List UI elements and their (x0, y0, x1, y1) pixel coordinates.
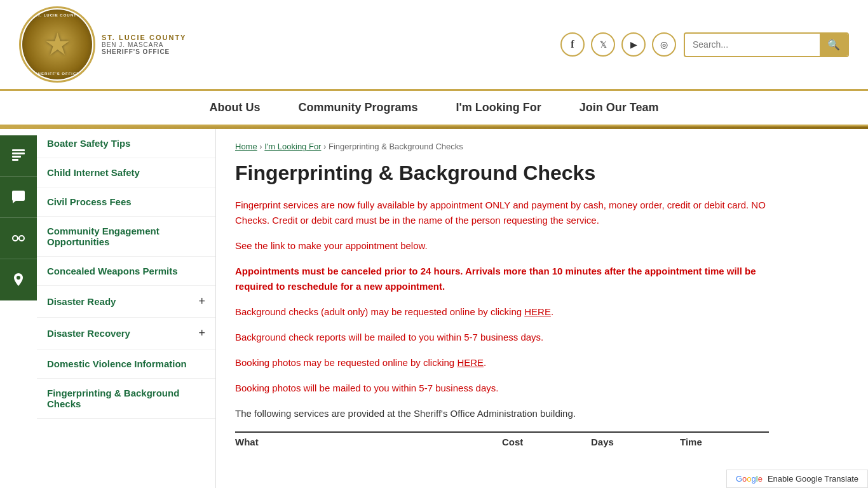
instagram-icon[interactable]: ◎ (652, 32, 676, 57)
site-header: ST. LUCIE COUNTY ★ SHERIFF'S OFFICE ST. … (0, 0, 868, 91)
sidebar-item-boater-safety[interactable]: Boater Safety Tips (37, 129, 215, 158)
logo-text-block: ST. LUCIE COUNTY BEN J. MASCARA SHERIFF'… (102, 34, 186, 55)
svg-rect-0 (12, 149, 25, 151)
content-para5: Booking photos may be requested online b… (235, 355, 769, 370)
content-para1: Fingerprint services are now fully avail… (235, 198, 769, 228)
sidebar-menu: Boater Safety Tips Child Internet Safety… (37, 129, 215, 419)
search-input[interactable] (685, 34, 820, 55)
expand-disaster-ready-icon: + (198, 295, 205, 308)
table-col-what-header: What (235, 437, 502, 447)
sidebar-item-child-internet[interactable]: Child Internet Safety (37, 158, 215, 187)
sidebar-item-community-engagement[interactable]: Community Engagement Opportunities (37, 217, 215, 257)
logo-bottom-text: SHERIFF'S OFFICE (22, 72, 92, 76)
county-name: ST. LUCIE COUNTY (102, 34, 186, 41)
twitter-icon[interactable]: 𝕏 (591, 32, 615, 57)
svg-point-4 (13, 236, 18, 241)
services-table-header: What Cost Days Time (235, 431, 769, 447)
sidebar-item-disaster-recovery[interactable]: Disaster Recovery + (37, 318, 215, 349)
g-blue2: g (752, 474, 756, 484)
svg-point-5 (19, 236, 24, 241)
nav-community-programs[interactable]: Community Programs (298, 101, 417, 114)
content-para5-pre: Booking photos may be requested online b… (235, 357, 457, 368)
content-para5-post: . (484, 357, 486, 368)
booking-photos-here-link[interactable]: HERE (457, 357, 484, 368)
sidebar-icon-buttons (0, 129, 37, 301)
logo-inner: ST. LUCIE COUNTY ★ SHERIFF'S OFFICE (22, 10, 92, 79)
content-para4: Background checks (adult only) may be re… (235, 304, 769, 320)
expand-disaster-recovery-icon: + (198, 327, 205, 340)
breadcrumb-looking-for[interactable]: I'm Looking For (264, 142, 321, 151)
search-button[interactable]: 🔍 (820, 34, 848, 56)
g-yellow: o (747, 474, 751, 484)
content-para4-post: . (551, 306, 553, 317)
svg-point-7 (17, 276, 20, 280)
content-para4-pre: Background checks (adult only) may be re… (235, 306, 524, 317)
sidebar-item-concealed-weapons[interactable]: Concealed Weapons Permits (37, 257, 215, 286)
social-icons: f 𝕏 ▶ ◎ (560, 32, 676, 57)
sidebar-item-disaster-ready-label: Disaster Ready (47, 296, 116, 307)
main-nav: About Us Community Programs I'm Looking … (0, 91, 868, 126)
facebook-icon[interactable]: f (560, 32, 585, 57)
sidebar-item-fingerprinting[interactable]: Fingerprinting & Background Checks (37, 379, 215, 419)
logo-area: ST. LUCIE COUNTY ★ SHERIFF'S OFFICE ST. … (19, 6, 186, 83)
google-translate-bar[interactable]: Google Enable Google Translate (726, 470, 868, 488)
page-title: Fingerprinting & Background Checks (235, 161, 769, 185)
sheriff-name: BEN J. MASCARA (102, 41, 186, 48)
background-check-here-link[interactable]: HERE (524, 306, 551, 317)
sidebar-news-icon[interactable] (0, 135, 37, 177)
star-icon: ★ (44, 29, 71, 60)
sidebar-item-civil-process[interactable]: Civil Process Fees (37, 187, 215, 217)
content-para5b: Booking photos will be mailed to you wit… (235, 381, 769, 396)
sidebar-item-disaster-ready[interactable]: Disaster Ready + (37, 286, 215, 318)
svg-rect-2 (12, 156, 21, 158)
svg-rect-3 (12, 159, 18, 161)
nav-im-looking-for[interactable]: I'm Looking For (456, 101, 541, 114)
content-para4b: Background check reports will be mailed … (235, 330, 769, 345)
logo-top-text: ST. LUCIE COUNTY (22, 13, 92, 17)
sidebar-chat-icon[interactable] (0, 177, 37, 218)
table-col-time-header: Time (680, 437, 769, 447)
main-content: Home › I'm Looking For › Fingerprinting … (216, 129, 788, 488)
g-red2: e (758, 474, 763, 484)
nav-join-our-team[interactable]: Join Our Team (580, 101, 659, 114)
sidebar-item-disaster-recovery-label: Disaster Recovery (47, 328, 130, 339)
breadcrumb: Home › I'm Looking For › Fingerprinting … (235, 142, 769, 151)
g-blue: G (736, 474, 742, 484)
content-para2: See the link to make your appointment be… (235, 238, 769, 254)
content-para6: The following services are provided at t… (235, 406, 769, 421)
search-bar: 🔍 (684, 32, 849, 57)
svg-rect-1 (12, 152, 25, 154)
breadcrumb-sep2: › (323, 142, 329, 151)
content-para3: Appointments must be canceled prior to 2… (235, 264, 769, 294)
main-layout: Boater Safety Tips Child Internet Safety… (0, 129, 868, 488)
table-col-cost-header: Cost (502, 437, 591, 447)
google-g-icon: Google (736, 474, 763, 484)
table-col-days-header: Days (591, 437, 680, 447)
sheriff-logo: ST. LUCIE COUNTY ★ SHERIFF'S OFFICE (19, 6, 95, 83)
breadcrumb-current: Fingerprinting & Background Checks (329, 142, 463, 151)
header-right: f 𝕏 ▶ ◎ 🔍 (560, 32, 849, 57)
sidebar-handcuffs-icon[interactable] (0, 218, 37, 259)
breadcrumb-home[interactable]: Home (235, 142, 257, 151)
translate-label: Enable Google Translate (768, 474, 858, 484)
office-name: SHERIFF'S OFFICE (102, 48, 186, 55)
youtube-icon[interactable]: ▶ (621, 32, 646, 57)
sidebar: Boater Safety Tips Child Internet Safety… (0, 129, 216, 488)
sidebar-location-icon[interactable] (0, 259, 37, 301)
nav-about-us[interactable]: About Us (209, 101, 260, 114)
sidebar-item-domestic-violence[interactable]: Domestic Violence Information (37, 349, 215, 379)
